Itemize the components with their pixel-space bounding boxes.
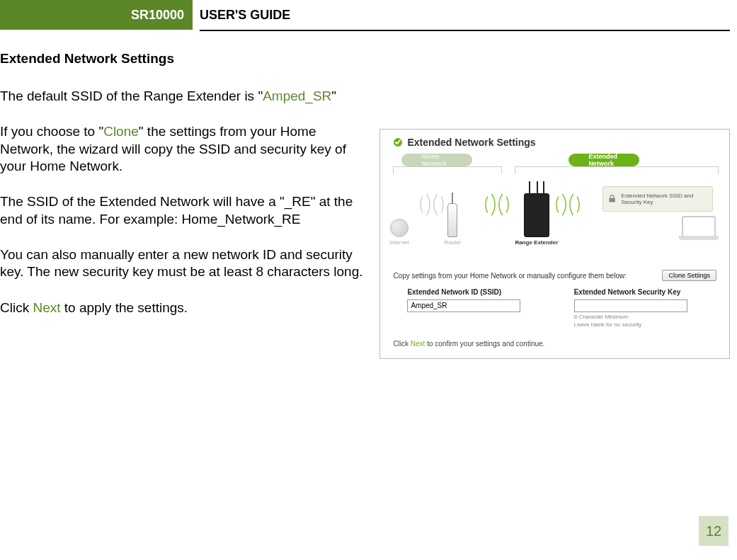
page-header: SR10000 USER'S GUIDE: [0, 0, 737, 30]
device-laptop: [682, 216, 716, 237]
header-title: USER'S GUIDE: [200, 0, 290, 30]
paragraph-2: If you choose to "Clone" the settings fr…: [0, 123, 365, 175]
device-internet: Internet: [389, 219, 409, 246]
router-icon: [447, 203, 457, 237]
footer-b: to confirm your settings and continue.: [425, 340, 544, 348]
paragraph-5: Click Next to apply the settings.: [0, 299, 365, 316]
header-model: SR10000: [131, 8, 184, 23]
ssid-field-block: Extended Network ID (SSID): [407, 288, 549, 328]
fields-row: Extended Network ID (SSID) Extended Netw…: [380, 285, 729, 336]
embedded-screenshot: Extended Network Settings Home Network E…: [379, 129, 730, 359]
screenshot-column: Extended Network Settings Home Network E…: [379, 51, 730, 359]
key-hint-1: 8 Character Minimum: [574, 314, 716, 321]
device-extender-label: Range Extender: [515, 239, 558, 246]
bracket-home: [393, 166, 502, 173]
paragraph-1: The default SSID of the Range Extender i…: [0, 88, 365, 105]
screenshot-title: Extended Network Settings: [407, 137, 535, 148]
svg-rect-1: [610, 198, 615, 202]
footer-a: Click: [393, 340, 410, 348]
bracket-ext: [515, 166, 719, 173]
laptop-icon: [682, 216, 716, 237]
device-extender: Range Extender: [515, 193, 558, 246]
p1-ssid: Amped_SR: [263, 88, 331, 103]
page-number: 12: [699, 516, 729, 546]
p5-a: Click: [0, 300, 33, 315]
paragraph-3: The SSID of the Extended Network will ha…: [0, 193, 365, 228]
clone-settings-button[interactable]: Clone Settings: [662, 270, 716, 281]
screenshot-title-row: Extended Network Settings: [380, 130, 729, 151]
p5-b: to apply the settings.: [61, 300, 188, 315]
network-diagram: Home Network Extended Network E: [393, 152, 716, 258]
header-rule: [200, 30, 730, 31]
p5-next-link: Next: [33, 300, 60, 315]
p1-b: ": [331, 88, 336, 103]
device-internet-label: Internet: [389, 239, 409, 246]
ext-ssid-key-box: Extended Network SSID and Security Key: [602, 186, 713, 212]
header-model-badge: SR10000: [0, 0, 193, 30]
device-router-label: Router: [444, 239, 461, 246]
home-network-badge: Home Network: [401, 154, 472, 166]
key-field-label: Extended Network Security Key: [574, 288, 716, 296]
key-field-block: Extended Network Security Key 8 Characte…: [574, 288, 716, 328]
content-row: Extended Network Settings The default SS…: [0, 51, 737, 359]
ssid-field-label: Extended Network ID (SSID): [407, 288, 549, 296]
signal-waves-icon: [554, 193, 581, 216]
extended-network-badge: Extended Network: [569, 154, 639, 166]
check-icon: [393, 137, 403, 147]
key-input[interactable]: [574, 299, 687, 312]
copy-text: Copy settings from your Home Network or …: [393, 272, 627, 280]
key-hint-2: Leave blank for no security: [574, 321, 716, 328]
paragraph-4: You can also manually enter a new networ…: [0, 246, 365, 281]
signal-waves-icon: [418, 193, 445, 216]
lock-icon: [607, 193, 617, 205]
footer-next: Next: [411, 340, 425, 348]
extender-icon: [524, 193, 549, 237]
copy-row: Copy settings from your Home Network or …: [380, 264, 729, 285]
screenshot-footer: Click Next to confirm your settings and …: [380, 336, 729, 352]
p2-clone-link: Clone: [103, 124, 139, 139]
section-heading: Extended Network Settings: [0, 51, 365, 67]
globe-icon: [390, 219, 409, 237]
device-router: Router: [444, 203, 461, 246]
ext-box-label: Extended Network SSID and Security Key: [622, 193, 709, 205]
p1-a: The default SSID of the Range Extender i…: [0, 88, 263, 103]
p2-a: If you choose to ": [0, 124, 103, 139]
signal-waves-icon: [484, 193, 510, 216]
text-column: Extended Network Settings The default SS…: [0, 51, 365, 359]
ssid-input[interactable]: [407, 299, 520, 312]
